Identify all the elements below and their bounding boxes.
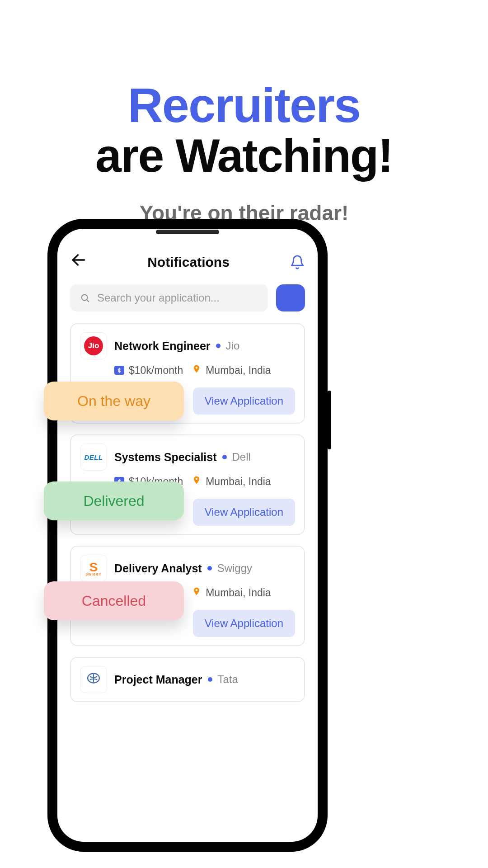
salary: $10k/month: [129, 364, 183, 377]
svg-line-2: [87, 300, 89, 302]
back-arrow-icon[interactable]: [70, 251, 87, 273]
location: Mumbai, India: [206, 364, 271, 377]
headline-line2: are Watching!: [0, 129, 488, 183]
view-application-button[interactable]: View Application: [193, 610, 295, 637]
role-title: Project Manager: [114, 673, 202, 686]
phone-notch: [156, 230, 219, 234]
headline-line1: Recruiters: [0, 77, 488, 133]
separator-dot-icon: [222, 455, 227, 459]
dell-logo-icon: DELL: [84, 453, 103, 461]
tata-logo-icon: [85, 672, 102, 687]
status-pill-delivered: Delivered: [44, 481, 184, 520]
swiggy-s-icon: S: [89, 561, 98, 574]
location-pin-icon: [192, 364, 201, 377]
role-title: Systems Specialist: [114, 451, 217, 464]
swiggy-label: SWIGGY: [86, 573, 102, 576]
location-pin-icon: [192, 586, 201, 599]
status-pill-on-the-way: On the way: [44, 382, 184, 420]
location: Mumbai, India: [206, 587, 271, 599]
company-name: Dell: [232, 451, 251, 463]
wallet-icon: ₵: [114, 366, 124, 375]
location: Mumbai, India: [206, 476, 271, 488]
app-header: Notifications: [57, 245, 318, 282]
company-name: Tata: [218, 673, 238, 686]
company-logo-dell: DELL: [80, 443, 107, 471]
filter-button[interactable]: [276, 284, 305, 311]
swiggy-logo-icon: S SWIGGY: [86, 561, 102, 576]
app-title: Notifications: [147, 255, 230, 270]
phone-frame: Notifications Search your application...…: [47, 219, 328, 852]
separator-dot-icon: [216, 344, 221, 348]
role-title: Network Engineer: [114, 340, 211, 353]
search-placeholder: Search your application...: [97, 292, 220, 304]
company-logo-jio: Jio: [80, 332, 107, 359]
search-icon: [80, 293, 90, 303]
company-logo-tata: [80, 666, 107, 693]
separator-dot-icon: [207, 566, 212, 571]
phone-side-button: [328, 391, 331, 449]
view-application-button[interactable]: View Application: [193, 499, 295, 526]
separator-dot-icon: [208, 677, 212, 682]
company-name: Jio: [226, 340, 240, 352]
jio-logo-icon: Jio: [84, 336, 103, 355]
status-pill-cancelled: Cancelled: [44, 581, 184, 620]
company-logo-swiggy: S SWIGGY: [80, 555, 107, 582]
location-pin-icon: [192, 475, 201, 488]
company-name: Swiggy: [217, 562, 252, 575]
role-title: Delivery Analyst: [114, 562, 202, 575]
search-row: Search your application...: [57, 282, 318, 323]
view-application-button[interactable]: View Application: [193, 387, 295, 415]
search-input[interactable]: Search your application...: [70, 284, 268, 311]
application-card[interactable]: Project Manager Tata: [70, 657, 305, 702]
bell-icon[interactable]: [290, 254, 305, 271]
phone-screen: Notifications Search your application...…: [57, 229, 318, 842]
